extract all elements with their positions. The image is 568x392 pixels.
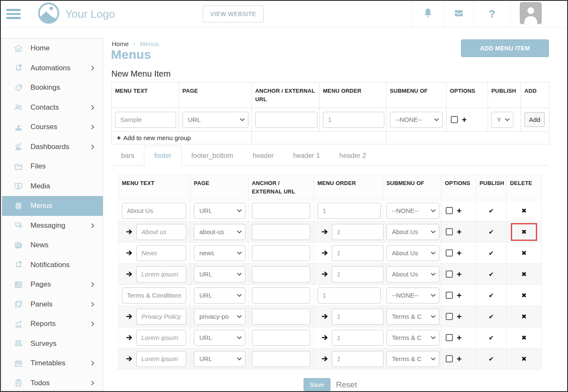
new-anchor-input[interactable] (255, 112, 317, 128)
menu-text-input[interactable] (136, 245, 186, 261)
options-checkbox[interactable] (446, 207, 453, 214)
anchor-input[interactable] (252, 287, 310, 304)
page-select[interactable]: URL (194, 287, 245, 304)
anchor-input[interactable] (252, 224, 310, 240)
new-menu-text-input[interactable] (115, 112, 176, 128)
page-select[interactable]: privacy-po (194, 309, 245, 325)
publish-check-icon[interactable]: ✔ (488, 271, 494, 278)
publish-check-icon[interactable]: ✔ (488, 334, 494, 341)
add-option-icon[interactable]: + (457, 207, 462, 215)
tab-footer-bottom[interactable]: footer_bottom (182, 146, 243, 165)
tab-bars[interactable]: bars (111, 146, 144, 165)
delete-icon[interactable]: ✖ (521, 228, 527, 236)
menu-order-input[interactable] (332, 351, 383, 367)
publish-check-icon[interactable]: ✔ (488, 228, 494, 235)
delete-icon[interactable]: ✖ (521, 249, 527, 257)
submenu-select[interactable]: --NONE-- (386, 287, 439, 304)
anchor-input[interactable] (252, 309, 310, 325)
publish-check-icon[interactable]: ✔ (488, 207, 494, 214)
add-option-icon[interactable]: + (457, 228, 462, 236)
publish-check-icon[interactable]: ✔ (488, 313, 494, 320)
delete-icon[interactable]: ✖ (521, 207, 527, 214)
anchor-input[interactable] (252, 351, 310, 367)
page-select[interactable]: URL (194, 351, 245, 367)
page-select[interactable]: URL (194, 266, 245, 282)
submenu-select[interactable]: About Us (386, 266, 439, 282)
inbox-button[interactable] (444, 1, 474, 27)
menu-text-input[interactable] (122, 287, 186, 304)
breadcrumb-home-link[interactable]: Home (112, 40, 129, 47)
delete-icon[interactable]: ✖ (521, 292, 527, 299)
menu-order-input[interactable] (332, 309, 383, 325)
tab-header-2[interactable]: header 2 (330, 146, 376, 165)
help-button[interactable]: ? (474, 1, 510, 27)
menu-order-input[interactable] (317, 287, 381, 304)
add-option-icon[interactable]: + (457, 334, 462, 342)
add-option-icon[interactable]: + (457, 249, 462, 257)
new-publish-select[interactable]: Y (491, 112, 513, 128)
menu-text-input[interactable] (136, 224, 186, 240)
submenu-select[interactable]: About Us (386, 224, 439, 240)
submenu-select[interactable]: Terms & C (386, 309, 439, 325)
menu-order-input[interactable] (317, 203, 381, 219)
hamburger-menu-icon[interactable] (6, 9, 21, 19)
page-select[interactable]: URL (194, 203, 245, 219)
options-checkbox[interactable] (446, 355, 453, 362)
menu-text-input[interactable] (136, 351, 186, 367)
options-checkbox[interactable] (446, 249, 453, 257)
page-select[interactable]: news (194, 245, 245, 261)
submenu-select[interactable]: --NONE-- (386, 203, 439, 219)
add-to-new-menu-group-link[interactable]: +Add to new menu group (112, 132, 252, 144)
reset-button[interactable]: Reset (336, 380, 357, 389)
view-website-button[interactable]: VIEW WEBSITE (203, 6, 264, 22)
submenu-select[interactable]: About Us (386, 245, 439, 261)
publish-check-icon[interactable]: ✔ (488, 292, 494, 299)
new-submenu-select[interactable]: --NONE-- (390, 112, 443, 128)
options-checkbox[interactable] (446, 292, 453, 299)
menu-order-input[interactable] (332, 266, 383, 282)
add-option-icon[interactable]: + (457, 312, 462, 321)
save-button[interactable]: Save (303, 378, 331, 391)
menu-text-input[interactable] (136, 266, 186, 282)
anchor-input[interactable] (252, 203, 310, 219)
new-options-checkbox[interactable] (451, 116, 458, 123)
add-option-icon[interactable]: + (457, 355, 462, 363)
options-checkbox[interactable] (446, 334, 453, 341)
add-option-icon[interactable]: + (457, 270, 462, 279)
menu-order-input[interactable] (332, 224, 383, 240)
tab-header[interactable]: header (243, 146, 284, 165)
new-page-select[interactable]: URL (182, 112, 248, 128)
add-option-icon[interactable]: + (457, 291, 462, 300)
options-checkbox[interactable] (446, 228, 453, 235)
delete-icon[interactable]: ✖ (521, 334, 527, 341)
menu-order-input[interactable] (332, 330, 383, 346)
delete-icon[interactable]: ✖ (521, 313, 527, 320)
options-checkbox[interactable] (446, 313, 453, 320)
anchor-input[interactable] (252, 266, 310, 282)
tab-footer[interactable]: footer (144, 146, 182, 166)
add-menu-item-button[interactable]: ADD MENU ITEM (461, 39, 549, 57)
menu-text-input[interactable] (136, 309, 186, 325)
tab-header-1[interactable]: header 1 (284, 146, 330, 165)
new-add-option-icon[interactable]: + (462, 116, 467, 124)
options-checkbox[interactable] (446, 271, 453, 278)
notifications-button[interactable] (411, 1, 444, 27)
menu-text-input[interactable] (122, 203, 186, 219)
submenu-select[interactable]: Terms & C (386, 351, 439, 367)
column-publish: PUBLISH (476, 175, 507, 200)
anchor-input[interactable] (252, 330, 310, 346)
page-select[interactable]: about-us (194, 224, 245, 240)
menu-order-input[interactable] (332, 245, 383, 261)
add-row-button[interactable]: Add (524, 112, 545, 127)
menu-text-input[interactable] (136, 330, 186, 346)
publish-check-icon[interactable]: ✔ (488, 355, 494, 362)
publish-check-icon[interactable]: ✔ (488, 249, 494, 257)
submenu-select[interactable]: Terms & C (386, 330, 439, 346)
user-menu[interactable] (510, 1, 567, 27)
select-value: About Us (392, 228, 418, 235)
anchor-input[interactable] (252, 245, 310, 261)
delete-icon[interactable]: ✖ (521, 271, 527, 278)
page-select[interactable]: URL (194, 330, 245, 346)
delete-icon[interactable]: ✖ (521, 355, 527, 362)
new-menu-order-input[interactable] (323, 112, 384, 128)
